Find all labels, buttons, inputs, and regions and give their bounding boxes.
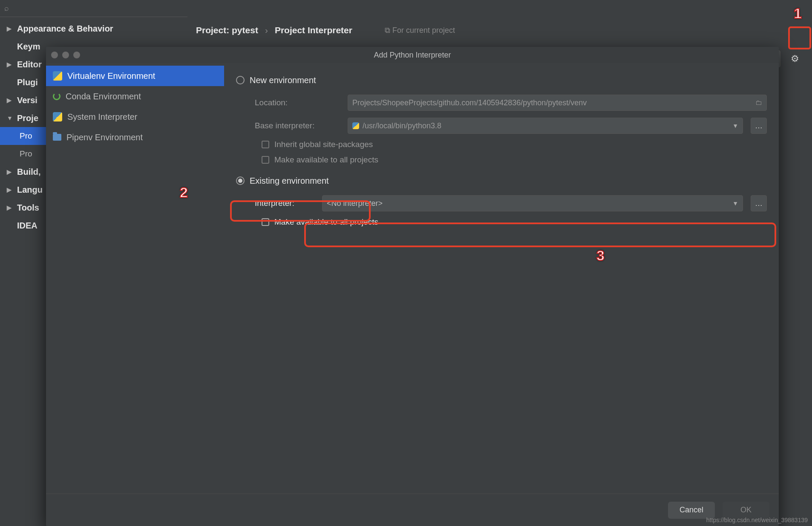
tree-item-label: Appearance & Behavior bbox=[17, 24, 113, 34]
breadcrumb-page: Project Interpreter bbox=[275, 25, 352, 35]
sidebar-item-label: System Interpreter bbox=[67, 112, 138, 122]
location-value: Projects/ShopeeProjects/github.com/14059… bbox=[352, 98, 587, 107]
annotation-highlight-1 bbox=[788, 26, 811, 49]
chevron-right-icon: › bbox=[265, 25, 268, 35]
dialog-footer: Cancel OK bbox=[46, 494, 779, 526]
browse-base-button[interactable]: … bbox=[751, 118, 767, 134]
sidebar-item-conda[interactable]: Conda Environment bbox=[46, 86, 224, 107]
conda-icon bbox=[53, 92, 60, 100]
python-icon bbox=[53, 71, 62, 81]
breadcrumb-project: Project: pytest bbox=[196, 25, 258, 35]
sidebar-item-system[interactable]: System Interpreter bbox=[46, 107, 224, 127]
checkbox-inherit[interactable]: Inherit global site-packages bbox=[262, 140, 767, 149]
checkbox-label: Make available to all projects bbox=[274, 217, 378, 227]
radio-icon bbox=[236, 176, 245, 185]
annotation-number-3: 3 bbox=[596, 247, 605, 264]
search-icon: ⌕ bbox=[4, 4, 9, 13]
tree-item-label: Pro bbox=[20, 149, 32, 159]
dialog-titlebar: Add Python Interpreter bbox=[46, 47, 779, 63]
folder-icon: 🗀 bbox=[755, 99, 762, 107]
tree-item-label: Proje bbox=[17, 113, 38, 123]
checkbox-label: Inherit global site-packages bbox=[274, 140, 373, 149]
base-interpreter-label: Base interpreter: bbox=[255, 121, 340, 130]
python-icon bbox=[53, 112, 62, 121]
checkbox-icon bbox=[262, 156, 269, 164]
tree-item-label: IDEA bbox=[17, 221, 37, 231]
tree-item-label: Keym bbox=[17, 42, 40, 52]
interpreter-label: Interpreter: bbox=[255, 199, 314, 208]
browse-interpreter-button[interactable]: … bbox=[751, 195, 767, 211]
checkbox-make-all-new[interactable]: Make available to all projects bbox=[262, 155, 767, 165]
existing-interpreter-value: <No interpreter> bbox=[327, 199, 383, 208]
cancel-button[interactable]: Cancel bbox=[668, 502, 715, 519]
settings-search[interactable]: ⌕ bbox=[0, 0, 187, 17]
button-label: OK bbox=[740, 506, 752, 514]
location-input[interactable]: Projects/ShopeeProjects/github.com/14059… bbox=[348, 95, 767, 111]
dialog-title: Add Python Interpreter bbox=[46, 51, 779, 60]
location-label: Location: bbox=[255, 98, 340, 107]
base-interpreter-select[interactable]: /usr/local/bin/python3.8 ▼ bbox=[348, 118, 743, 134]
form-area: New environment Location: Projects/Shope… bbox=[224, 63, 779, 494]
existing-interpreter-select[interactable]: <No interpreter> ▼ bbox=[322, 195, 743, 211]
radio-new-environment[interactable]: New environment bbox=[236, 72, 767, 88]
tree-item-label: Tools bbox=[17, 203, 39, 213]
for-current-project-label: For current project bbox=[385, 26, 455, 35]
ellipsis-icon: … bbox=[755, 199, 763, 208]
base-interpreter-value: /usr/local/bin/python3.8 bbox=[363, 121, 441, 130]
tree-appearance[interactable]: ▶Appearance & Behavior bbox=[0, 20, 187, 38]
tree-item-label: Pro bbox=[20, 131, 32, 141]
radio-icon bbox=[236, 76, 245, 84]
annotation-number-1: 1 bbox=[794, 5, 802, 22]
annotation-number-2: 2 bbox=[180, 184, 188, 201]
checkbox-icon bbox=[262, 141, 269, 148]
sidebar-item-virtualenv[interactable]: Virtualenv Environment bbox=[46, 66, 224, 86]
interpreter-gear-button[interactable]: ⚙ bbox=[786, 50, 803, 67]
tree-item-label: Editor bbox=[17, 60, 42, 69]
python-icon bbox=[352, 122, 359, 129]
add-interpreter-dialog: Add Python Interpreter Virtualenv Enviro… bbox=[46, 47, 779, 526]
tree-item-label: Versi bbox=[17, 95, 37, 105]
sidebar-item-label: Virtualenv Environment bbox=[67, 71, 155, 81]
folder-icon bbox=[53, 134, 61, 141]
checkbox-make-all-existing[interactable]: Make available to all projects bbox=[262, 217, 767, 227]
breadcrumb: Project: pytest › Project Interpreter Fo… bbox=[196, 21, 803, 39]
tree-item-label: Plugi bbox=[17, 78, 38, 87]
button-label: Cancel bbox=[680, 506, 703, 514]
radio-label: Existing environment bbox=[250, 176, 329, 186]
sidebar-item-label: Conda Environment bbox=[66, 92, 141, 101]
chevron-down-icon: ▼ bbox=[732, 122, 738, 129]
interpreter-type-sidebar: Virtualenv Environment Conda Environment… bbox=[46, 63, 224, 494]
tree-item-label: Langu bbox=[17, 185, 43, 195]
ellipsis-icon: … bbox=[755, 121, 763, 130]
tree-item-label: Build, bbox=[17, 167, 41, 177]
radio-label: New environment bbox=[250, 75, 316, 85]
gear-icon: ⚙ bbox=[791, 53, 799, 64]
watermark: https://blog.csdn.net/weixin_39883139 bbox=[706, 517, 808, 523]
sidebar-item-label: Pipenv Environment bbox=[66, 133, 143, 142]
checkbox-icon bbox=[262, 218, 269, 226]
chevron-down-icon: ▼ bbox=[732, 200, 738, 207]
checkbox-label: Make available to all projects bbox=[274, 155, 378, 165]
sidebar-item-pipenv[interactable]: Pipenv Environment bbox=[46, 127, 224, 147]
radio-existing-environment[interactable]: Existing environment bbox=[236, 173, 767, 188]
ok-button[interactable]: OK bbox=[723, 502, 769, 519]
